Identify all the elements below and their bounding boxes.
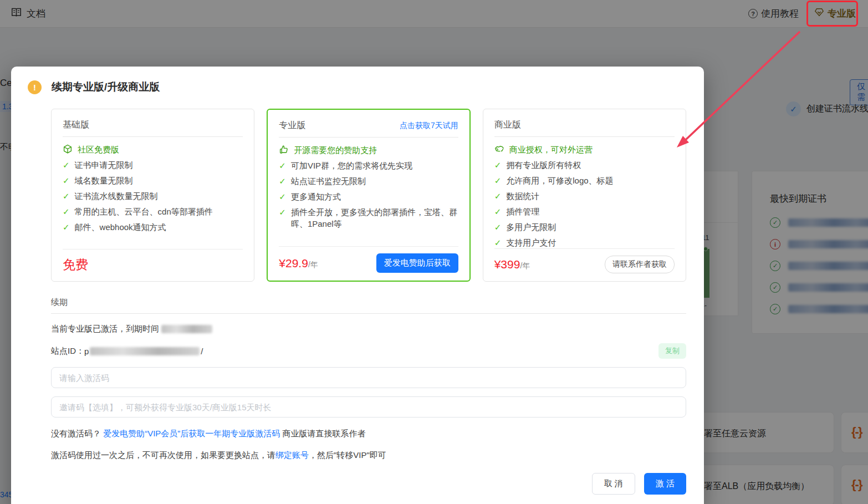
check-icon: ✓	[494, 159, 502, 171]
check-icon: ✓	[279, 206, 286, 230]
plan-feature: 常用的主机、云平台、cdn等部署插件	[75, 206, 213, 217]
redacted-site-id	[90, 347, 200, 355]
plan-price-unit: /年	[308, 260, 318, 269]
check-icon: ✓	[279, 191, 286, 202]
plan-price: ¥399	[494, 258, 520, 271]
check-icon: ✓	[63, 159, 70, 171]
check-icon: ✓	[63, 175, 70, 186]
site-id-line: 站点ID： p / 复制	[51, 343, 686, 359]
help1-prefix: 没有激活码？	[51, 429, 103, 438]
plan-feature: 拥有专业版所有特权	[506, 159, 581, 171]
thumbs-up-icon	[279, 145, 289, 156]
activation-code-input[interactable]	[51, 367, 686, 388]
plan-name: 商业版	[494, 119, 521, 131]
copy-button[interactable]: 复制	[658, 343, 686, 359]
site-id-prefix: p	[84, 347, 89, 356]
activation-status-text: 当前专业版已激活，到期时间	[51, 324, 159, 334]
check-icon: ✓	[63, 190, 70, 202]
sponsor-link[interactable]: 爱发电赞助“VIP会员”后获取一年期专业版激活码	[103, 429, 280, 438]
plan-highlight: 社区免费版	[78, 144, 119, 155]
activation-status-line: 当前专业版已激活，到期时间	[51, 324, 686, 334]
renew-section-label: 续期	[51, 297, 686, 308]
activate-button[interactable]: 激 活	[644, 473, 686, 495]
plan-card-business: 商业版 商业授权，可对外运营 ✓拥有专业版所有特权 ✓允许商用，可修改logo、…	[483, 109, 686, 282]
check-icon: ✓	[494, 206, 502, 217]
plan-feature: 站点证书监控无限制	[291, 175, 366, 187]
plan-price-unit: /年	[520, 261, 530, 270]
site-id-suffix: /	[201, 347, 203, 356]
check-icon: ✓	[494, 190, 502, 202]
modal-title: 续期专业版/升级商业版	[52, 80, 160, 94]
plan-highlight: 商业授权，可对外运营	[509, 144, 593, 155]
help2-prefix: 激活码使用过一次之后，不可再次使用，如果要更换站点，请	[51, 450, 275, 460]
check-icon: ✓	[279, 160, 286, 171]
plan-feature: 支持用户支付	[506, 237, 556, 248]
help2-suffix: ，然后"转移VIP"即可	[309, 450, 386, 460]
plan-feature: 插件管理	[506, 206, 539, 217]
plan-card-pro: 专业版 点击获取7天试用 开源需要您的赞助支持 ✓可加VIP群，您的需求将优先实…	[267, 109, 470, 282]
plan-feature: 多用户无限制	[506, 221, 556, 233]
plan-feature: 数据统计	[506, 190, 539, 202]
help-line-1: 没有激活码？ 爱发电赞助“VIP会员”后获取一年期专业版激活码 商业版请直接联系…	[51, 429, 686, 439]
plan-feature: 更多通知方式	[291, 191, 341, 202]
check-icon: ✓	[494, 237, 502, 248]
check-icon: ✓	[63, 221, 70, 233]
plan-card-basic: 基础版 社区免费版 ✓证书申请无限制 ✓域名数量无限制 ✓证书流水线数量无限制 …	[51, 109, 254, 282]
check-icon: ✓	[494, 221, 502, 233]
plan-feature: 允许商用，可修改logo、标题	[506, 175, 613, 186]
plan-feature: 证书流水线数量无限制	[75, 190, 158, 202]
bind-account-link[interactable]: 绑定账号	[275, 450, 309, 460]
cancel-button[interactable]: 取 消	[592, 473, 635, 495]
contact-author-button[interactable]: 请联系作者获取	[605, 256, 675, 273]
trial-link[interactable]: 点击获取7天试用	[400, 121, 458, 131]
plan-feature: 插件全开放，更多强大的部署插件，宝塔、群晖、1Panel等	[291, 206, 458, 230]
plan-name: 基础版	[63, 119, 89, 131]
plan-name: 专业版	[279, 120, 305, 131]
help1-suffix: 商业版请直接联系作者	[280, 429, 365, 438]
plan-highlight: 开源需要您的赞助支持	[294, 144, 377, 156]
handshake-icon	[494, 144, 504, 155]
plan-feature: 邮件、webhook通知方式	[75, 221, 166, 233]
check-icon: ✓	[63, 206, 70, 217]
plan-price: 免费	[63, 256, 88, 273]
sponsor-get-button[interactable]: 爱发电赞助后获取	[376, 253, 458, 273]
plan-feature: 证书申请无限制	[75, 159, 133, 171]
help-line-2: 激活码使用过一次之后，不可再次使用，如果要更换站点，请绑定账号，然后"转移VIP…	[51, 450, 686, 461]
site-id-label: 站点ID：	[51, 346, 84, 357]
app-screen: 文档 ? 使用教程 专业版 Cer 1.3 不明 345 仅需 ✓	[0, 0, 868, 504]
cube-icon	[63, 144, 73, 155]
plan-feature: 域名数量无限制	[75, 175, 133, 186]
invite-code-input[interactable]	[51, 396, 686, 418]
plan-price: ¥29.9	[279, 257, 308, 269]
alert-icon: !	[28, 80, 42, 94]
plan-feature: 可加VIP群，您的需求将优先实现	[291, 160, 412, 171]
upgrade-modal: ! 续期专业版/升级商业版 基础版 社区免费版	[11, 67, 704, 504]
check-icon: ✓	[494, 175, 502, 186]
plan-cards: 基础版 社区免费版 ✓证书申请无限制 ✓域名数量无限制 ✓证书流水线数量无限制 …	[51, 109, 686, 282]
redacted-expiry-date	[161, 325, 212, 333]
divider	[51, 313, 686, 314]
check-icon: ✓	[279, 175, 286, 187]
